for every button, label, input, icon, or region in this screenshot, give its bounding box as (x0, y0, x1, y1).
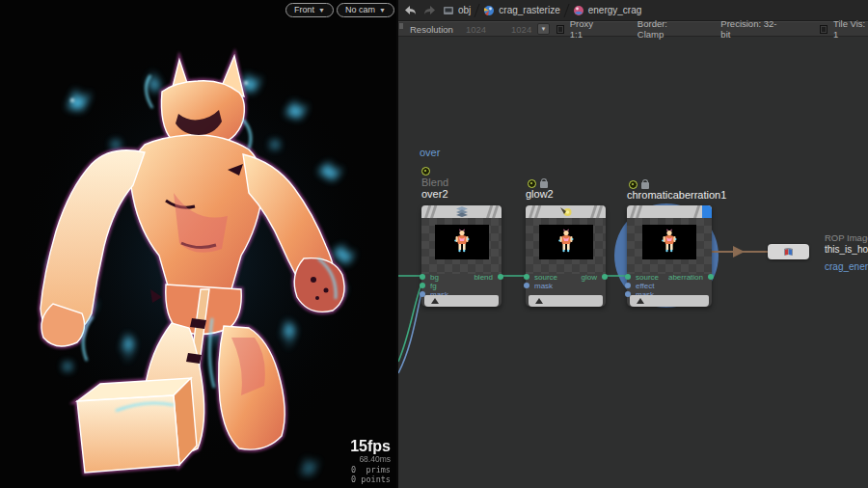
scene-viewport[interactable]: Front ▼ No cam ▼ 15fps 68.40ms 0 prims 0… (0, 0, 396, 488)
proxy-label: Proxy 1:1 (570, 18, 604, 40)
chevron-down-icon: ▼ (318, 4, 325, 16)
node-header[interactable] (421, 205, 502, 218)
geometry-icon (443, 5, 454, 16)
precision-label[interactable]: Precision: 32-bit (720, 18, 778, 40)
over2-flags (421, 167, 430, 176)
path-item-obj[interactable]: obj (437, 0, 476, 20)
rop-labels: ROP Image this_is_ho crag_energ (825, 232, 868, 273)
node-thumbnail (539, 225, 593, 259)
path-item-crag-rasterize[interactable]: crag_rasterize (477, 0, 565, 20)
forward-icon (423, 5, 436, 15)
rop-type-label: ROP Image (825, 232, 868, 244)
wire-rop-arrow (733, 246, 745, 258)
forward-button[interactable] (422, 4, 437, 16)
network-path-bar: obj crag_rasterize energy_cra (398, 0, 868, 21)
prims-readout: 0 prims (350, 465, 391, 474)
camera-menu-label: No cam (345, 4, 375, 16)
port-label: fg (430, 282, 437, 290)
rasterize-icon (483, 5, 495, 16)
input-port-fg[interactable] (420, 283, 425, 288)
creature-render (0, 0, 396, 488)
node-header[interactable] (627, 205, 712, 218)
path-item-label: energy_crag (588, 5, 642, 15)
output-port-aberration[interactable] (708, 274, 714, 280)
node-glow2[interactable]: source mask glow (526, 205, 606, 307)
rop-network-label[interactable]: crag_energ (825, 261, 868, 273)
input-port-source[interactable] (625, 274, 631, 280)
network-editor: obj crag_rasterize energy_cra (396, 0, 868, 488)
node-thumbnail (435, 225, 489, 259)
node-name-chromaticaberration1[interactable]: chromaticaberration1 (627, 189, 726, 201)
node-footer[interactable] (630, 295, 709, 307)
rop-name-label[interactable]: this_is_ho (825, 244, 868, 256)
parent-network-label[interactable]: over (420, 147, 440, 158)
toolbar-grip[interactable] (399, 23, 403, 29)
wire-fg[interactable] (398, 285, 421, 362)
port-label: effect (636, 282, 654, 290)
port-label: blend (474, 273, 493, 282)
port-label: bg (430, 273, 439, 282)
chevron-down-icon: ▼ (379, 4, 386, 16)
path-item-label: obj (458, 5, 471, 15)
view-menu-label: Front (294, 4, 314, 16)
node-rop-image[interactable] (768, 244, 809, 259)
node-footer[interactable] (529, 295, 603, 307)
tile-vis-label: Tile Vis: 1 (833, 18, 868, 40)
back-icon (404, 5, 417, 15)
border-label[interactable]: Border: Clamp (637, 18, 690, 40)
node-ports: source effect mask aberration (627, 274, 712, 295)
lock-icon (540, 181, 548, 188)
tile-vis-checkbox[interactable] (820, 25, 827, 34)
expand-icon (535, 298, 543, 304)
node-type-label: Blend (421, 176, 448, 188)
output-port-blend[interactable] (498, 274, 503, 280)
resolution-width-field[interactable]: 1024 (466, 24, 486, 35)
expand-icon (637, 298, 644, 304)
glow-icon (559, 206, 572, 217)
layers-icon (455, 206, 469, 217)
port-label: glow (582, 273, 597, 282)
resolution-label: Resolution (410, 24, 453, 35)
back-button[interactable] (403, 4, 418, 16)
resolution-preset-dropdown[interactable]: ▼ (537, 23, 549, 35)
cop-toolbar: Resolution 1024 1024 ▼ Proxy 1:1 Border:… (398, 21, 868, 37)
rop-render-icon (782, 246, 795, 258)
view-menu-button[interactable]: Front ▼ (285, 3, 334, 17)
node-name-glow2[interactable]: glow2 (526, 188, 554, 200)
energy-network-icon (573, 5, 584, 16)
chromatic-flags (629, 179, 649, 189)
path-item-label: crag_rasterize (499, 5, 559, 15)
path-item-energy-crag[interactable]: energy_crag (567, 0, 648, 20)
camera-menu-button[interactable]: No cam ▼ (337, 3, 394, 17)
node-thumbnail (642, 225, 696, 259)
input-port-bg[interactable] (420, 274, 425, 280)
bypass-flag-icon[interactable] (528, 179, 536, 188)
viewport-controls: Front ▼ No cam ▼ (285, 3, 394, 17)
glow2-flags (528, 178, 548, 188)
port-label: source (534, 273, 557, 282)
node-footer[interactable] (424, 295, 499, 307)
bypass-flag-icon[interactable] (629, 180, 637, 189)
resolution-height-field[interactable]: 1024 (511, 24, 531, 35)
node-header[interactable] (526, 205, 606, 218)
points-readout: 0 points (350, 474, 391, 484)
node-canvas[interactable]: over Blend over2 (398, 38, 868, 488)
fps-readout: 15fps (350, 438, 391, 454)
proxy-checkbox[interactable] (556, 25, 564, 34)
input-port-source[interactable] (524, 274, 529, 280)
port-label: source (636, 273, 659, 282)
houdini-window: Front ▼ No cam ▼ 15fps 68.40ms 0 prims 0… (0, 0, 868, 488)
wire-mask[interactable] (398, 293, 421, 373)
node-chromaticaberration1[interactable]: source effect mask aberration (627, 205, 712, 307)
node-over2[interactable]: bg fg mask blend (421, 205, 502, 307)
bypass-flag-icon[interactable] (421, 167, 430, 176)
input-port-effect[interactable] (625, 283, 631, 288)
display-flag[interactable] (702, 205, 712, 218)
input-port-mask[interactable] (524, 283, 529, 288)
node-ports: bg fg mask blend (421, 274, 502, 295)
node-name-over2[interactable]: over2 (421, 188, 448, 200)
expand-icon (431, 298, 439, 304)
frame-time-readout: 68.40ms (350, 454, 391, 465)
output-port-glow[interactable] (602, 274, 608, 280)
viewport-stats: 15fps 68.40ms 0 prims 0 points (350, 438, 391, 484)
